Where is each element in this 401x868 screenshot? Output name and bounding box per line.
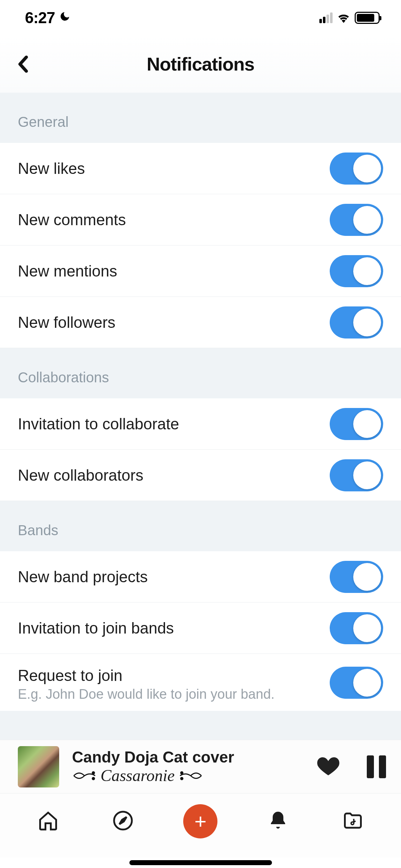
- row-request-to-join: Request to join E.g. John Doe would like…: [0, 654, 401, 711]
- toggle-new-mentions[interactable]: [330, 255, 383, 287]
- toggle-new-band-projects[interactable]: [330, 561, 383, 593]
- svg-point-0: [92, 772, 94, 774]
- row-label: Request to join: [18, 667, 330, 684]
- row-label: New collaborators: [18, 466, 330, 484]
- ornament-right-icon: [178, 769, 203, 783]
- toggle-invitation-collaborate[interactable]: [330, 408, 383, 440]
- bell-icon: [267, 810, 289, 831]
- status-time: 6:27: [25, 9, 55, 27]
- tab-bar: +: [0, 793, 401, 857]
- album-art: [18, 746, 59, 787]
- toggle-new-collaborators[interactable]: [330, 459, 383, 491]
- cellular-signal-icon: [319, 12, 333, 23]
- compass-icon: [112, 810, 134, 831]
- svg-point-3: [181, 777, 183, 780]
- row-invitation-collaborate: Invitation to collaborate: [0, 398, 401, 450]
- section-header-bands: Bands: [0, 501, 401, 551]
- ornament-left-icon: [72, 769, 97, 783]
- battery-icon: [355, 12, 380, 24]
- row-new-band-projects: New band projects: [0, 551, 401, 603]
- tab-explore[interactable]: [109, 806, 137, 835]
- toggle-new-comments[interactable]: [330, 204, 383, 236]
- tab-notifications[interactable]: [264, 806, 292, 835]
- nav-header: Notifications: [0, 36, 401, 93]
- now-playing-title: Candy Doja Cat cover: [72, 748, 304, 766]
- chevron-left-icon: [18, 55, 29, 73]
- row-label: New comments: [18, 211, 330, 229]
- tab-library[interactable]: [339, 806, 367, 835]
- section-header-general: General: [0, 93, 401, 143]
- row-label: Invitation to collaborate: [18, 415, 330, 433]
- row-new-collaborators: New collaborators: [0, 450, 401, 501]
- toggle-request-to-join[interactable]: [330, 667, 383, 699]
- row-label: Invitation to join bands: [18, 619, 330, 637]
- settings-content[interactable]: General New likes New comments New menti…: [0, 93, 401, 740]
- status-bar: 6:27: [0, 0, 401, 36]
- home-indicator[interactable]: [129, 860, 272, 865]
- heart-icon[interactable]: [317, 755, 340, 778]
- svg-point-2: [181, 772, 183, 774]
- row-new-followers: New followers: [0, 297, 401, 348]
- plus-icon: +: [195, 811, 207, 832]
- back-button[interactable]: [14, 53, 32, 75]
- row-new-mentions: New mentions: [0, 246, 401, 297]
- tab-add[interactable]: +: [183, 804, 217, 838]
- now-playing-artist: Cassaronie: [72, 766, 304, 785]
- svg-marker-5: [119, 817, 127, 824]
- row-new-comments: New comments: [0, 194, 401, 246]
- home-icon: [37, 810, 59, 831]
- svg-point-1: [92, 777, 94, 780]
- toggle-invitation-join-bands[interactable]: [330, 612, 383, 644]
- row-subtext: E.g. John Doe would like to join your ba…: [18, 687, 330, 702]
- row-label: New band projects: [18, 568, 330, 586]
- toggle-new-followers[interactable]: [330, 306, 383, 339]
- music-folder-icon: [342, 810, 364, 831]
- row-label: New followers: [18, 314, 330, 331]
- row-label: New likes: [18, 160, 330, 177]
- tab-home[interactable]: [34, 806, 62, 835]
- page-title: Notifications: [147, 53, 255, 75]
- row-new-likes: New likes: [0, 143, 401, 194]
- toggle-new-likes[interactable]: [330, 153, 383, 185]
- now-playing-bar[interactable]: Candy Doja Cat cover Cassaronie: [0, 740, 401, 793]
- row-label: New mentions: [18, 262, 330, 280]
- moon-icon: [59, 10, 71, 25]
- pause-button[interactable]: [367, 755, 387, 778]
- row-invitation-join-bands: Invitation to join bands: [0, 603, 401, 654]
- wifi-icon: [337, 12, 350, 23]
- section-header-collaborations: Collaborations: [0, 348, 401, 398]
